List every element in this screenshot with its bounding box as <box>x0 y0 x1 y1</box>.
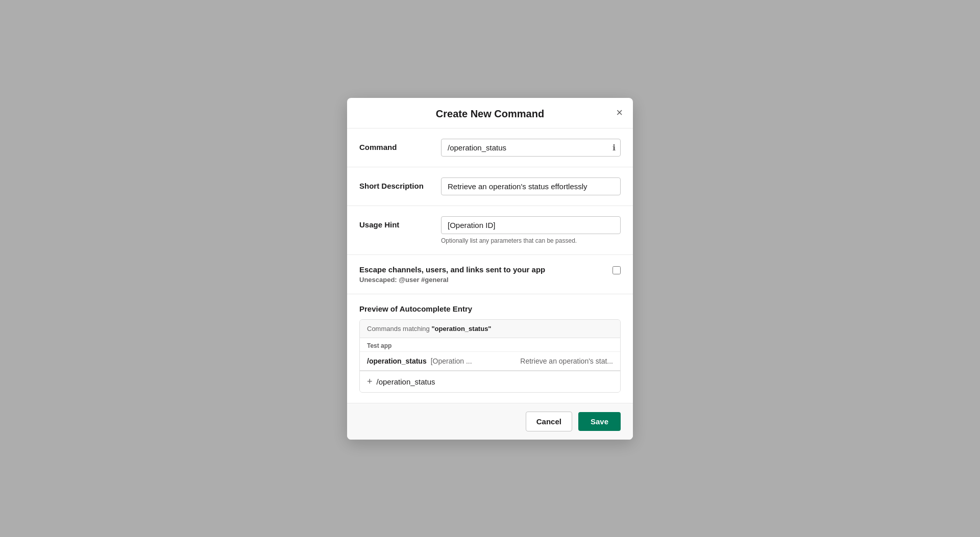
escape-sublabel-prefix: Unescaped: <box>359 276 397 284</box>
preview-app-name: Test app <box>360 338 620 352</box>
save-button[interactable]: Save <box>578 412 621 431</box>
command-input-wrap: ℹ <box>441 139 621 157</box>
modal-body: Command ℹ Short Description Usage Hint <box>347 129 633 403</box>
preview-input-text: /operation_status <box>377 377 435 386</box>
preview-plus-icon: + <box>367 376 373 387</box>
short-description-control <box>441 177 621 195</box>
escape-sublabel: Unescaped: @user #general <box>359 276 604 284</box>
command-row: Command ℹ <box>347 129 633 167</box>
short-description-label: Short Description <box>359 177 441 190</box>
cancel-button[interactable]: Cancel <box>526 412 572 431</box>
command-control: ℹ <box>441 139 621 157</box>
escape-checkbox-wrap <box>612 266 621 276</box>
escape-label: Escape channels, users, and links sent t… <box>359 265 604 274</box>
short-description-input[interactable] <box>441 177 621 195</box>
preview-title: Preview of Autocomplete Entry <box>359 304 621 313</box>
escape-row: Escape channels, users, and links sent t… <box>347 255 633 294</box>
escape-checkbox[interactable] <box>612 266 621 274</box>
modal-title: Create New Command <box>436 108 544 120</box>
escape-sublabel-example: @user #general <box>399 276 448 284</box>
preview-app-section: Test app /operation_status [Operation ..… <box>360 338 620 371</box>
command-label: Command <box>359 139 441 151</box>
preview-section: Preview of Autocomplete Entry Commands m… <box>347 294 633 403</box>
usage-hint-helper: Optionally list any parameters that can … <box>441 237 621 244</box>
preview-command-row: /operation_status [Operation ... Retriev… <box>360 352 620 370</box>
usage-hint-row: Usage Hint Optionally list any parameter… <box>347 206 633 255</box>
usage-hint-input[interactable] <box>441 216 621 234</box>
preview-matching-prefix: Commands matching <box>367 325 431 333</box>
usage-hint-control: Optionally list any parameters that can … <box>441 216 621 244</box>
command-input[interactable] <box>441 139 621 157</box>
preview-command-hint: [Operation ... <box>431 357 472 365</box>
modal-overlay: Create New Command × Command ℹ Short Des… <box>0 0 980 537</box>
preview-input-row: + /operation_status <box>360 371 620 392</box>
usage-hint-label: Usage Hint <box>359 216 441 229</box>
preview-matching-command: "operation_status" <box>431 325 491 333</box>
modal-container: Create New Command × Command ℹ Short Des… <box>347 98 633 440</box>
modal-footer: Cancel Save <box>347 403 633 440</box>
preview-header: Commands matching "operation_status" <box>360 320 620 338</box>
preview-autocomplete: Commands matching "operation_status" Tes… <box>359 319 621 393</box>
escape-content: Escape channels, users, and links sent t… <box>359 265 604 284</box>
preview-command-name: /operation_status <box>367 357 427 365</box>
command-info-icon[interactable]: ℹ <box>612 143 616 152</box>
close-button[interactable]: × <box>614 105 625 120</box>
preview-command-desc: Retrieve an operation's stat... <box>520 357 613 365</box>
modal-header: Create New Command × <box>347 98 633 129</box>
short-description-row: Short Description <box>347 167 633 206</box>
